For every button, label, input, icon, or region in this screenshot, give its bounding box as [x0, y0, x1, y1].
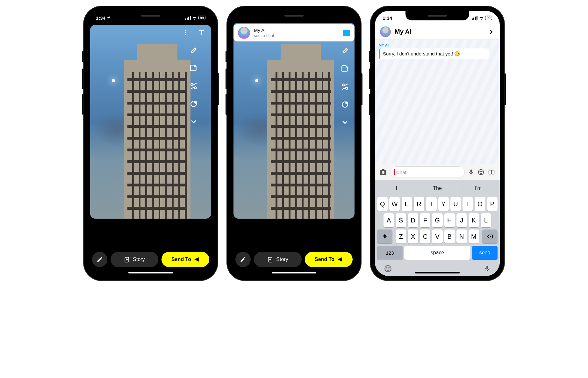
- key-l[interactable]: L: [481, 213, 491, 227]
- sticker-button[interactable]: [188, 62, 199, 74]
- phone-frame-3: 1:34 99 My AI MY AI Sorry, I don't under…: [370, 6, 504, 280]
- key-y[interactable]: Y: [438, 197, 449, 211]
- suggestion-3[interactable]: I'm: [458, 182, 498, 195]
- notification-banner[interactable]: My AI sent a chat: [233, 23, 355, 41]
- key-e[interactable]: E: [402, 197, 412, 211]
- key-u[interactable]: U: [450, 197, 461, 211]
- key-s[interactable]: S: [396, 213, 406, 227]
- home-indicator[interactable]: [128, 272, 173, 273]
- keyboard-mic-button[interactable]: [484, 265, 491, 273]
- numeric-key[interactable]: 123: [377, 246, 403, 260]
- key-k[interactable]: K: [469, 213, 479, 227]
- svg-point-15: [346, 102, 348, 104]
- attach-link-button[interactable]: [339, 45, 351, 57]
- key-f[interactable]: F: [420, 213, 430, 227]
- phone-frame-1: 1:34 99: [84, 6, 218, 280]
- notification-title: My AI: [254, 27, 339, 33]
- chat-messages-area[interactable]: MY AI Sorry, I don't understand that yet…: [375, 40, 500, 164]
- key-b[interactable]: B: [444, 229, 455, 244]
- scissors-crop-button[interactable]: [339, 81, 351, 92]
- chat-details-button[interactable]: [488, 28, 495, 35]
- voice-note-button[interactable]: [468, 168, 474, 176]
- ios-keyboard: I The I'm QWERTYUIOP ASDFGHJKL ZXCVBNM: [375, 180, 500, 276]
- chat-bubble-icon: [343, 30, 350, 36]
- svg-point-4: [185, 30, 186, 31]
- send-to-button[interactable]: Send To: [161, 252, 209, 267]
- svg-rect-2: [188, 17, 189, 20]
- send-to-label: Send To: [171, 257, 191, 262]
- svg-rect-17: [472, 18, 473, 20]
- story-button[interactable]: Story: [111, 252, 158, 267]
- draw-pencil-button[interactable]: [92, 252, 107, 267]
- key-g[interactable]: G: [432, 213, 442, 227]
- location-arrow-icon: [106, 16, 111, 20]
- chat-text-input[interactable]: Chat: [390, 166, 465, 178]
- shift-key[interactable]: [377, 229, 392, 244]
- key-t[interactable]: T: [426, 197, 436, 211]
- key-m[interactable]: M: [469, 229, 479, 244]
- story-button[interactable]: Story: [254, 252, 302, 267]
- expand-tools-button[interactable]: [339, 117, 351, 128]
- gallery-button[interactable]: [488, 169, 495, 176]
- key-r[interactable]: R: [414, 197, 424, 211]
- key-h[interactable]: H: [444, 213, 455, 227]
- svg-point-23: [482, 171, 482, 172]
- expand-tools-button[interactable]: [188, 116, 199, 127]
- backspace-key[interactable]: [482, 229, 498, 244]
- svg-rect-25: [492, 170, 494, 174]
- svg-point-27: [387, 268, 387, 268]
- notification-subtitle: sent a chat: [254, 33, 339, 38]
- svg-rect-24: [489, 170, 491, 174]
- key-v[interactable]: V: [432, 229, 442, 244]
- sticker-button[interactable]: [339, 63, 351, 75]
- suggestion-1[interactable]: I: [376, 182, 417, 195]
- draw-pencil-button[interactable]: [235, 252, 251, 267]
- snap-photo-preview[interactable]: [233, 25, 355, 219]
- send-arrow-icon: [337, 257, 343, 262]
- key-i[interactable]: I: [463, 197, 473, 211]
- space-key[interactable]: space: [404, 246, 470, 260]
- svg-rect-18: [473, 18, 474, 20]
- chat-placeholder: Chat: [396, 170, 406, 175]
- text-tool-button[interactable]: [196, 27, 207, 38]
- suggestion-2[interactable]: The: [417, 182, 458, 195]
- svg-point-13: [346, 87, 348, 90]
- send-to-button[interactable]: Send To: [305, 252, 353, 267]
- signal-icon: [185, 16, 191, 20]
- keyboard-emoji-button[interactable]: [384, 265, 392, 273]
- svg-rect-20: [477, 16, 477, 20]
- music-timer-button[interactable]: [339, 99, 351, 110]
- more-options-button[interactable]: [180, 27, 191, 38]
- scissors-crop-button[interactable]: [188, 80, 199, 92]
- home-indicator[interactable]: [415, 272, 460, 273]
- key-x[interactable]: X: [408, 229, 418, 244]
- send-key[interactable]: send: [472, 246, 498, 260]
- story-plus-icon: [267, 256, 274, 263]
- phone-frame-2: My AI sent a chat: [227, 6, 361, 280]
- chat-title[interactable]: My AI: [395, 28, 484, 35]
- key-z[interactable]: Z: [396, 229, 406, 244]
- attach-link-button[interactable]: [188, 45, 199, 56]
- key-q[interactable]: Q: [377, 197, 388, 211]
- key-a[interactable]: A: [384, 213, 394, 227]
- key-p[interactable]: P: [487, 197, 498, 211]
- key-n[interactable]: N: [456, 229, 467, 244]
- key-j[interactable]: J: [456, 213, 467, 227]
- camera-button[interactable]: [379, 168, 387, 176]
- emoji-button[interactable]: [477, 169, 484, 176]
- key-c[interactable]: C: [420, 229, 430, 244]
- key-w[interactable]: W: [389, 197, 400, 211]
- music-timer-button[interactable]: [188, 98, 199, 110]
- key-d[interactable]: D: [408, 213, 418, 227]
- my-ai-avatar[interactable]: [380, 26, 391, 37]
- message-sender: MY AI: [379, 43, 489, 47]
- svg-point-22: [480, 171, 480, 172]
- home-indicator[interactable]: [272, 272, 316, 273]
- keyboard-row-2: ASDFGHJKL: [377, 213, 498, 227]
- svg-rect-0: [185, 18, 186, 20]
- svg-point-10: [194, 101, 197, 103]
- key-o[interactable]: O: [475, 197, 485, 211]
- svg-point-26: [385, 265, 391, 272]
- svg-point-6: [185, 34, 186, 35]
- wifi-icon: [479, 16, 484, 20]
